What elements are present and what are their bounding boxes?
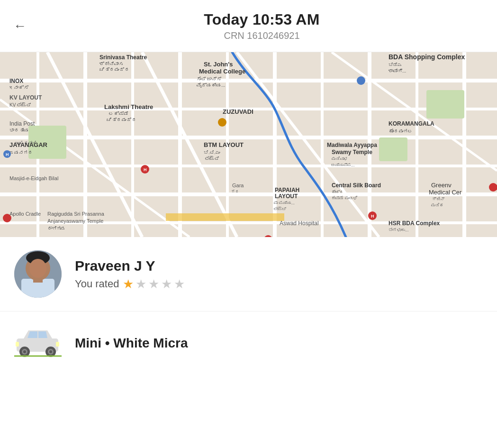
svg-rect-25: [166, 213, 284, 221]
svg-text:ಚಿತ್ರಮಂದಿರ: ಚಿತ್ರಮಂದಿರ: [107, 117, 137, 122]
svg-rect-108: [16, 342, 19, 347]
vehicle-name: Mini • White Micra: [75, 336, 188, 351]
star-4: ★: [161, 278, 172, 290]
svg-text:H: H: [6, 152, 9, 157]
vehicle-section: Mini • White Micra: [0, 311, 497, 375]
header-text: Today 10:53 AM CRN 1610246921: [38, 11, 486, 41]
svg-text:ಕೇಂದ್ರ: ಕೇಂದ್ರ: [332, 190, 343, 194]
svg-text:ಭಾರತೀಯ: ಭಾರತೀಯ: [9, 128, 29, 133]
svg-text:ಮಡಿವಾಳ: ಮಡಿವಾಳ: [332, 156, 348, 161]
svg-text:Greenv: Greenv: [431, 182, 452, 189]
svg-point-85: [3, 214, 11, 222]
svg-text:Medical College: Medical College: [199, 68, 245, 75]
svg-text:Aswad Hospital: Aswad Hospital: [280, 220, 319, 227]
svg-text:BDA Shopping Complex: BDA Shopping Complex: [389, 53, 465, 61]
svg-text:HSR BDA Complex: HSR BDA Complex: [389, 220, 440, 227]
svg-text:Srinivasa Theatre: Srinivasa Theatre: [99, 54, 147, 61]
svg-text:KV LAYOUT: KV LAYOUT: [9, 94, 42, 101]
svg-text:ರಾಗಿಗುಡ: ರಾಗಿಗುಡ: [47, 226, 65, 231]
svg-point-88: [218, 118, 226, 127]
svg-text:ಗರ: ಗರ: [231, 189, 239, 194]
svg-text:ಲೇಔಟ್: ಲೇಔಟ್: [205, 156, 219, 161]
svg-text:ಲಕ್ಷ್ಮಿ: ಲಕ್ಷ್ಮಿ: [109, 111, 128, 116]
svg-rect-107: [56, 342, 59, 347]
header-crn: CRN 1610246921: [224, 30, 299, 41]
svg-point-103: [23, 350, 26, 353]
svg-text:KV ಲೇಔಟ್: KV ಲೇಔಟ್: [9, 102, 31, 108]
svg-text:Anjaneyaswamy Temple: Anjaneyaswamy Temple: [47, 218, 103, 224]
svg-text:Medical Cer: Medical Cer: [429, 189, 462, 196]
star-2: ★: [136, 278, 146, 290]
svg-text:PAPAIAH: PAPAIAH: [275, 187, 299, 193]
svg-text:ಇನಾಕ್ಸ್: ಇನಾಕ್ಸ್: [9, 85, 28, 90]
svg-text:ಪಾ ಪಯ್ಯ...: ಪಾ ಪಯ್ಯ...: [274, 201, 295, 205]
driver-name: Praveen J Y: [75, 258, 185, 274]
svg-text:Masjid-e-Eidgah Bilal: Masjid-e-Eidgah Bilal: [9, 175, 58, 181]
map-image: KV LAYOUT KV ಲೇಔಟ್ JAYANAGAR ಜಯನಗರ India…: [0, 52, 497, 237]
svg-text:H: H: [371, 214, 374, 219]
back-button[interactable]: ←: [11, 18, 28, 35]
driver-info: Praveen J Y You rated ★ ★ ★ ★ ★: [75, 258, 185, 290]
svg-text:Central Silk Board: Central Silk Board: [332, 182, 381, 189]
svg-text:ಬೆಂಗಳೂರು...: ಬೆಂಗಳೂರು...: [389, 228, 409, 232]
svg-point-99: [29, 259, 46, 278]
svg-text:LAYOUT: LAYOUT: [275, 193, 298, 200]
svg-text:Madiwala Ayyappa: Madiwala Ayyappa: [327, 142, 377, 148]
svg-point-87: [357, 76, 365, 85]
svg-text:BTM LAYOUT: BTM LAYOUT: [204, 141, 244, 148]
stars-container: ★ ★ ★ ★ ★: [123, 278, 185, 290]
svg-text:Apollo Cradle: Apollo Cradle: [9, 211, 41, 217]
svg-text:ಚಿತ್ರಮಂದಿರ: ಚಿತ್ರಮಂದಿರ: [99, 67, 130, 72]
svg-text:ZUZUVADI: ZUZUVADI: [223, 108, 253, 115]
avatar-image: [14, 250, 62, 298]
star-1: ★: [123, 278, 134, 290]
svg-text:INOX: INOX: [9, 78, 23, 84]
star-5: ★: [174, 278, 185, 290]
car-icon: [14, 327, 62, 357]
svg-text:ಸೆಂಟ್ ಜಾನ್ಸ್: ಸೆಂಟ್ ಜಾನ್ಸ್: [197, 76, 221, 82]
rating-row: You rated ★ ★ ★ ★ ★: [75, 278, 185, 290]
rating-label: You rated: [75, 278, 119, 290]
svg-text:Ragigudda Sri Prasanna: Ragigudda Sri Prasanna: [47, 211, 105, 217]
header-title: Today 10:53 AM: [204, 11, 319, 28]
svg-text:ಅಂಜಿ ಕಬೇರಿ: ಅಂಜಿ ಕಬೇರಿ: [14, 141, 36, 146]
svg-text:ಅಯ್ಯಪ್ಪ...: ಅಯ್ಯಪ್ಪ...: [331, 163, 355, 167]
svg-text:St. John's: St. John's: [204, 61, 233, 68]
map-section: KV LAYOUT KV ಲೇಔಟ್ JAYANAGAR ಜಯನಗರ India…: [0, 52, 497, 237]
driver-avatar: [14, 250, 62, 298]
svg-text:ಗ್ರೀನ್: ಗ್ರೀನ್: [432, 197, 444, 201]
svg-text:ರೇಷ್ಮೆ ಮಂಡಳಿ: ರೇಷ್ಮೆ ಮಂಡಳಿ: [332, 196, 358, 201]
svg-text:H: H: [144, 167, 147, 172]
svg-text:ಬಿಡಿಎ: ಬಿಡಿಎ: [389, 62, 402, 67]
driver-section: Praveen J Y You rated ★ ★ ★ ★ ★: [0, 237, 497, 311]
svg-text:ವೈದ್ಯಕೀಯ...: ವೈದ್ಯಕೀಯ...: [197, 82, 225, 88]
svg-text:ಶ್ರೀನಿವಾಸ: ಶ್ರೀನಿವಾಸ: [99, 61, 124, 66]
svg-text:ಕೋರಮಂಗಲ: ಕೋರಮಂಗಲ: [389, 128, 413, 134]
svg-text:Gara: Gara: [232, 183, 244, 188]
header: ← Today 10:53 AM CRN 1610246921: [0, 0, 497, 52]
svg-point-106: [49, 350, 52, 353]
svg-text:Lakshmi Theatre: Lakshmi Theatre: [104, 103, 153, 110]
svg-text:ಲೇಔಟ್: ಲೇಔಟ್: [274, 207, 286, 211]
svg-rect-23: [379, 137, 407, 161]
star-3: ★: [148, 278, 159, 290]
svg-text:ಶಾಪಿಂಗ್...: ಶಾಪಿಂಗ್...: [389, 68, 406, 73]
svg-text:ಜಯನಗರ: ಜಯನಗರ: [9, 150, 33, 155]
svg-text:India Post: India Post: [9, 120, 35, 127]
svg-text:Swamy Temple: Swamy Temple: [332, 149, 372, 155]
svg-text:KORAMANGALA: KORAMANGALA: [389, 120, 434, 127]
car-icon-container: [14, 327, 62, 359]
svg-text:ಬಿ.ಟಿ.ಎಂ: ಬಿ.ಟಿ.ಎಂ: [204, 150, 220, 155]
svg-text:ಮಡಿಕ: ಮಡಿಕ: [431, 203, 444, 208]
svg-rect-24: [426, 90, 464, 119]
